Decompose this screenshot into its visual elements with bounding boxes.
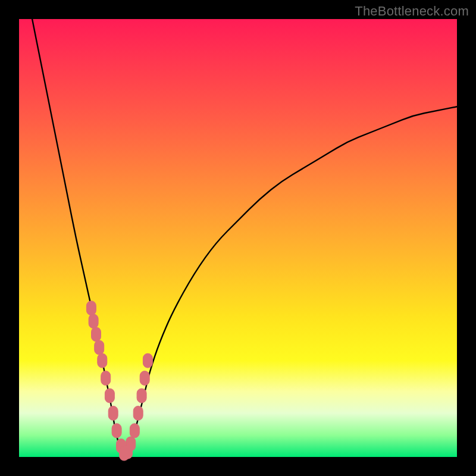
curve-marker: [86, 301, 96, 315]
curve-marker: [137, 389, 146, 403]
bottleneck-curve: [32, 19, 457, 456]
watermark-text: TheBottleneck.com: [355, 4, 469, 19]
curve-marker: [89, 314, 98, 328]
curve-marker: [95, 340, 104, 355]
curve-marker: [130, 424, 139, 438]
curve-marker: [140, 371, 149, 386]
curve-marker: [143, 353, 152, 368]
curve-marker: [92, 327, 101, 342]
curve-marker: [108, 406, 118, 420]
curve-marker: [98, 353, 107, 368]
curve-marker: [105, 389, 114, 403]
chart-frame: TheBottleneck.com: [0, 0, 476, 476]
plot-area: [19, 19, 457, 457]
curve-marker: [126, 437, 136, 451]
curve-marker: [133, 406, 143, 420]
curve-markers: [86, 301, 152, 461]
curve-marker: [101, 371, 111, 386]
curve-marker: [112, 424, 121, 438]
bottleneck-curve-svg: [19, 19, 457, 457]
